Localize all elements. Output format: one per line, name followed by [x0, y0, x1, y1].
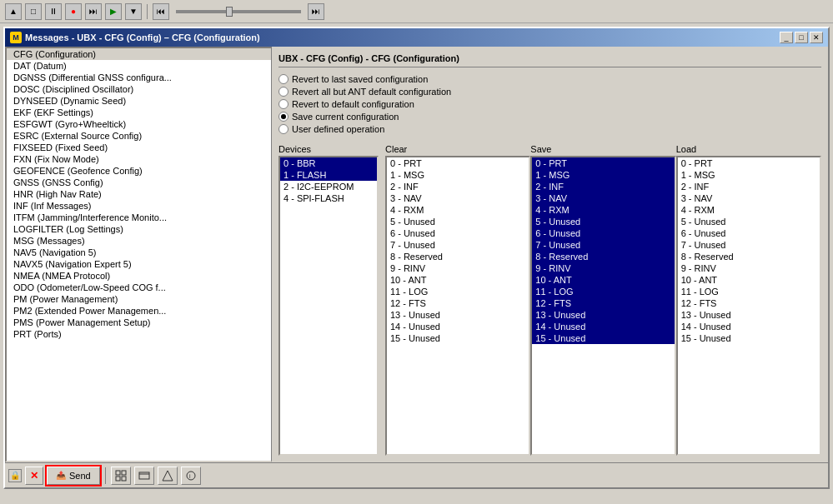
- minimize-button[interactable]: _: [780, 32, 793, 43]
- save-list-item[interactable]: 10 - ANT: [532, 274, 674, 286]
- left-panel-item[interactable]: MSG (Messages): [7, 235, 271, 247]
- taskbar-btn-pause[interactable]: ⏸: [45, 3, 62, 20]
- left-panel[interactable]: CFG (Configuration)DAT (Datum)DGNSS (Dif…: [5, 47, 272, 462]
- radio-btn-r1[interactable]: [279, 74, 289, 84]
- tool-btn-4[interactable]: i: [181, 467, 201, 485]
- clear-list-item[interactable]: 2 - INF: [387, 181, 529, 192]
- save-list-item[interactable]: 5 - Unused: [532, 216, 674, 227]
- left-panel-item[interactable]: ODO (Odometer/Low-Speed COG f...: [7, 282, 271, 293]
- left-panel-item[interactable]: GEOFENCE (Geofence Config): [7, 165, 271, 177]
- radio-btn-r3[interactable]: [279, 99, 289, 109]
- device-item[interactable]: 2 - I2C-EEPROM: [280, 181, 377, 192]
- clear-listbox[interactable]: 0 - PRT1 - MSG2 - INF3 - NAV4 - RXM5 - U…: [385, 156, 530, 456]
- load-list-item[interactable]: 9 - RINV: [678, 262, 820, 274]
- clear-list-item[interactable]: 12 - FTS: [387, 297, 529, 309]
- left-panel-item[interactable]: ESRC (External Source Config): [7, 130, 271, 142]
- left-panel-item[interactable]: PRT (Ports): [7, 328, 271, 340]
- load-list-item[interactable]: 6 - Unused: [678, 227, 820, 239]
- taskbar-btn-next[interactable]: ⏭: [308, 3, 324, 20]
- cancel-button[interactable]: ✕: [25, 467, 43, 485]
- radio-item-r2[interactable]: Revert all but ANT default configuration: [279, 87, 821, 97]
- left-panel-item[interactable]: ITFM (Jamming/Interference Monito...: [7, 212, 271, 223]
- load-list-item[interactable]: 3 - NAV: [678, 192, 820, 204]
- clear-list-item[interactable]: 15 - Unused: [387, 332, 529, 344]
- clear-list-item[interactable]: 14 - Unused: [387, 321, 529, 332]
- device-item[interactable]: 4 - SPI-FLASH: [280, 192, 377, 204]
- tool-btn-1[interactable]: [111, 467, 131, 485]
- radio-item-r1[interactable]: Revert to last saved configuration: [279, 74, 821, 84]
- left-panel-item[interactable]: PM2 (Extended Power Managemen...: [7, 305, 271, 317]
- save-list-item[interactable]: 11 - LOG: [532, 286, 674, 297]
- save-list-item[interactable]: 8 - Reserved: [532, 251, 674, 262]
- load-list-item[interactable]: 2 - INF: [678, 181, 820, 192]
- save-list-item[interactable]: 1 - MSG: [532, 169, 674, 181]
- clear-list-item[interactable]: 7 - Unused: [387, 239, 529, 251]
- send-button[interactable]: 📤 Send: [47, 467, 100, 485]
- close-button[interactable]: ✕: [810, 32, 823, 43]
- save-list-item[interactable]: 0 - PRT: [532, 157, 674, 169]
- left-panel-item[interactable]: CFG (Configuration): [7, 48, 271, 60]
- save-list-item[interactable]: 6 - Unused: [532, 227, 674, 239]
- load-list-item[interactable]: 14 - Unused: [678, 321, 820, 332]
- save-list-item[interactable]: 15 - Unused: [532, 332, 674, 344]
- load-list-item[interactable]: 7 - Unused: [678, 239, 820, 251]
- left-panel-item[interactable]: PM (Power Management): [7, 293, 271, 305]
- radio-item-r3[interactable]: Revert to default configuration: [279, 99, 821, 109]
- left-panel-item[interactable]: NAVX5 (Navigation Expert 5): [7, 258, 271, 270]
- clear-list-item[interactable]: 10 - ANT: [387, 274, 529, 286]
- left-panel-item[interactable]: DOSC (Disciplined Oscillator): [7, 83, 271, 95]
- clear-list-item[interactable]: 6 - Unused: [387, 227, 529, 239]
- radio-btn-r2[interactable]: [279, 87, 289, 97]
- load-list-item[interactable]: 12 - FTS: [678, 297, 820, 309]
- taskbar-btn-record[interactable]: ●: [65, 3, 82, 20]
- clear-list-item[interactable]: 11 - LOG: [387, 286, 529, 297]
- device-item[interactable]: 1 - FLASH: [280, 169, 377, 181]
- maximize-button[interactable]: □: [795, 32, 808, 43]
- left-panel-item[interactable]: DYNSEED (Dynamic Seed): [7, 95, 271, 107]
- save-list-item[interactable]: 7 - Unused: [532, 239, 674, 251]
- left-panel-item[interactable]: HNR (High Nav Rate): [7, 188, 271, 200]
- left-panel-item[interactable]: EKF (EKF Settings): [7, 107, 271, 118]
- left-panel-item[interactable]: INF (Inf Messages): [7, 200, 271, 212]
- save-list-item[interactable]: 2 - INF: [532, 181, 674, 192]
- radio-item-r4[interactable]: Save current configuration: [279, 112, 821, 122]
- radio-btn-r5[interactable]: [279, 124, 289, 134]
- left-panel-item[interactable]: NAV5 (Navigation 5): [7, 247, 271, 258]
- save-list-item[interactable]: 3 - NAV: [532, 192, 674, 204]
- clear-list-item[interactable]: 13 - Unused: [387, 309, 529, 321]
- taskbar-btn-step-fwd[interactable]: ⏭: [85, 3, 102, 20]
- load-listbox[interactable]: 0 - PRT1 - MSG2 - INF3 - NAV4 - RXM5 - U…: [676, 156, 821, 456]
- load-list-item[interactable]: 11 - LOG: [678, 286, 820, 297]
- load-list-item[interactable]: 15 - Unused: [678, 332, 820, 344]
- save-listbox[interactable]: 0 - PRT1 - MSG2 - INF3 - NAV4 - RXM5 - U…: [530, 156, 675, 456]
- load-list-item[interactable]: 13 - Unused: [678, 309, 820, 321]
- load-list-item[interactable]: 4 - RXM: [678, 204, 820, 216]
- tool-btn-2[interactable]: [134, 467, 154, 485]
- radio-item-r5[interactable]: User defined operation: [279, 124, 821, 134]
- radio-btn-r4[interactable]: [279, 112, 289, 122]
- left-panel-item[interactable]: LOGFILTER (Log Settings): [7, 223, 271, 235]
- devices-listbox[interactable]: 0 - BBR1 - FLASH2 - I2C-EEPROM4 - SPI-FL…: [279, 156, 379, 456]
- left-panel-item[interactable]: PMS (Power Management Setup): [7, 317, 271, 328]
- load-list-item[interactable]: 8 - Reserved: [678, 251, 820, 262]
- left-panel-item[interactable]: FXN (Fix Now Mode): [7, 153, 271, 165]
- left-panel-item[interactable]: FIXSEED (Fixed Seed): [7, 142, 271, 153]
- clear-list-item[interactable]: 0 - PRT: [387, 157, 529, 169]
- load-list-item[interactable]: 0 - PRT: [678, 157, 820, 169]
- taskbar-btn-prev[interactable]: ⏮: [153, 3, 169, 20]
- taskbar-btn-stop[interactable]: □: [25, 3, 42, 20]
- load-list-item[interactable]: 1 - MSG: [678, 169, 820, 181]
- left-panel-item[interactable]: DAT (Datum): [7, 60, 271, 72]
- clear-list-item[interactable]: 9 - RINV: [387, 262, 529, 274]
- save-list-item[interactable]: 9 - RINV: [532, 262, 674, 274]
- taskbar-btn-down[interactable]: ▼: [125, 3, 142, 20]
- clear-list-item[interactable]: 1 - MSG: [387, 169, 529, 181]
- device-item[interactable]: 0 - BBR: [280, 157, 377, 169]
- taskbar-slider[interactable]: [176, 10, 301, 13]
- save-list-item[interactable]: 14 - Unused: [532, 321, 674, 332]
- left-panel-item[interactable]: NMEA (NMEA Protocol): [7, 270, 271, 282]
- save-list-item[interactable]: 13 - Unused: [532, 309, 674, 321]
- taskbar-btn-up[interactable]: ▲: [5, 3, 22, 20]
- taskbar-btn-play[interactable]: ▶: [105, 3, 122, 20]
- left-panel-item[interactable]: DGNSS (Differential GNSS configura...: [7, 72, 271, 83]
